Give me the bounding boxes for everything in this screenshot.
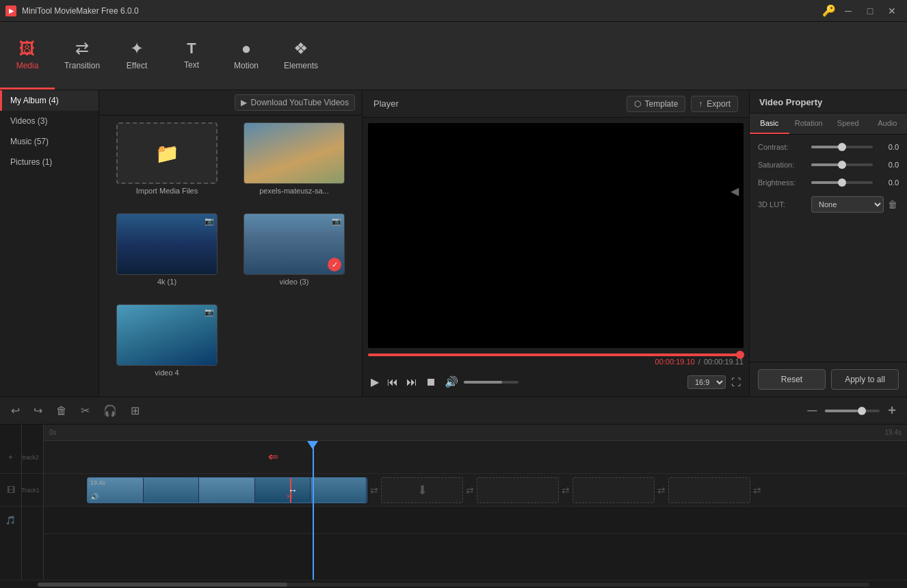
track2-icon-symbol: + — [8, 453, 13, 462]
ruler-spacer2 — [22, 425, 43, 441]
album-sidebar: My Album (4) Videos (3) Music (57) Pictu… — [0, 90, 99, 397]
4k-thumb[interactable]: 📷 — [116, 213, 218, 275]
sidebar-item-pictures[interactable]: Pictures (1) — [0, 152, 98, 172]
scrollbar-thumb[interactable] — [38, 583, 287, 587]
progress-thumb[interactable] — [736, 351, 744, 359]
split-button[interactable]: ✂ — [77, 401, 94, 420]
contrast-value: 0.0 — [878, 143, 899, 151]
zoom-out-button[interactable]: ─ — [803, 400, 821, 421]
saturation-slider[interactable] — [811, 163, 873, 166]
maximize-button[interactable]: □ — [860, 4, 880, 18]
crop-button[interactable]: ⊞ — [127, 401, 144, 420]
list-item[interactable]: 📁 Import Media Files — [106, 122, 228, 208]
transition-slot-3[interactable] — [573, 477, 655, 503]
trim-cursor[interactable]: ↔ — [288, 485, 298, 496]
volume-slider[interactable] — [464, 381, 518, 384]
undo-button[interactable]: ↩ — [7, 401, 24, 420]
effect-icon: ✦ — [130, 39, 144, 58]
sidebar-item-album[interactable]: My Album (4) — [0, 90, 98, 111]
transition-icon: ⇄ — [75, 39, 89, 58]
sidebar-item-videos[interactable]: Videos (3) — [0, 111, 98, 131]
list-item[interactable]: 📷 video 4 — [106, 304, 228, 390]
zoom-in-button[interactable]: + — [884, 400, 900, 421]
contrast-slider[interactable] — [811, 146, 873, 148]
repeat-arrow-4[interactable]: ⇄ — [657, 485, 666, 496]
video-clip[interactable]: 19.4s 🔊 ✂ ↔ — [87, 477, 367, 503]
saturation-row: Saturation: 0.0 — [758, 161, 899, 169]
film-icon: 🎞 — [7, 485, 15, 495]
ruler-mark-end: 19.4s — [885, 429, 902, 436]
repeat-arrow-5[interactable]: ⇄ — [753, 485, 761, 496]
list-item[interactable]: 📷 4k (1) — [106, 213, 228, 299]
tab-speed[interactable]: Speed — [828, 113, 868, 134]
player-label: Player — [373, 98, 399, 109]
clip-frames — [88, 478, 367, 503]
app-container: 🖼 Media ⇄ Transition ✦ Effect T Text ● M… — [0, 22, 907, 588]
lut-select[interactable]: None — [811, 196, 884, 213]
total-time: 00:00:19.11 — [704, 358, 744, 366]
progress-bar[interactable] — [368, 353, 744, 356]
template-button[interactable]: ⬡ Template — [627, 96, 686, 112]
properties-panel: Video Property Basic Rotation Speed Audi… — [750, 90, 907, 397]
toolbar-text[interactable]: T Text — [164, 22, 219, 90]
repeat-arrow-3[interactable]: ⇄ — [562, 485, 570, 496]
zoom-slider[interactable] — [825, 410, 880, 412]
transition-slot-4[interactable] — [668, 477, 750, 503]
zoom-thumb[interactable] — [858, 407, 866, 415]
apply-to-all-button[interactable]: Apply to all — [831, 369, 899, 390]
key-icon[interactable]: 🔑 — [822, 4, 836, 18]
brightness-slider[interactable] — [811, 181, 873, 184]
lut-delete-button[interactable]: 🗑 — [886, 198, 899, 211]
brightness-label: Brightness: — [758, 178, 806, 187]
tab-basic[interactable]: Basic — [750, 113, 789, 134]
stop-button[interactable]: ⏹ — [423, 373, 439, 391]
list-item[interactable]: 📷 ✓ video (3) — [233, 213, 355, 299]
play-button[interactable]: ▶ — [368, 373, 382, 391]
import-thumb[interactable]: 📁 — [116, 122, 218, 184]
video4-thumb[interactable]: 📷 — [116, 304, 218, 366]
titlebar: ▶ MiniTool MovieMaker Free 6.0.0 🔑 ─ □ ✕ — [0, 0, 907, 22]
repeat-arrow-2[interactable]: ⇄ — [466, 485, 474, 496]
audio-button[interactable]: 🎧 — [99, 401, 121, 420]
transition-slot-2[interactable] — [477, 477, 559, 503]
window-controls: 🔑 ─ □ ✕ — [822, 4, 902, 18]
toolbar-transition[interactable]: ⇄ Transition — [55, 22, 109, 90]
minimize-button[interactable]: ─ — [839, 4, 858, 18]
delete-button[interactable]: 🗑 — [52, 402, 71, 420]
saturation-thumb[interactable] — [838, 161, 846, 169]
track1-icon: 🎞 — [0, 474, 21, 507]
collapse-panel-button[interactable]: ◀ — [731, 185, 739, 198]
toolbar-elements[interactable]: ❖ Elements — [274, 22, 328, 90]
tab-rotation[interactable]: Rotation — [789, 113, 829, 134]
reset-button[interactable]: Reset — [758, 369, 826, 390]
aspect-ratio-select[interactable]: 16:9 4:3 1:1 9:16 — [687, 375, 726, 389]
list-item[interactable]: pexels-mateusz-sa... — [233, 122, 355, 208]
prev-frame-button[interactable]: ⏮ — [384, 373, 401, 391]
tab-audio[interactable]: Audio — [868, 113, 908, 134]
text-label: Text — [184, 60, 199, 70]
redo-button[interactable]: ↪ — [29, 401, 47, 420]
close-button[interactable]: ✕ — [882, 4, 902, 18]
saturation-label: Saturation: — [758, 161, 806, 169]
repeat-arrow-1[interactable]: ⇄ — [370, 485, 378, 496]
export-button[interactable]: ↑ Export — [691, 96, 738, 112]
contrast-thumb[interactable] — [838, 143, 846, 151]
audio-icon: 🎵 — [0, 507, 21, 534]
brightness-thumb[interactable] — [838, 178, 846, 187]
video3-thumb[interactable]: 📷 ✓ — [244, 213, 345, 275]
fullscreen-button[interactable]: ⛶ — [728, 374, 744, 390]
pexels-thumb[interactable] — [244, 122, 345, 184]
transition-slot-1[interactable]: ⬇ — [381, 477, 463, 503]
toolbar-effect[interactable]: ✦ Effect — [109, 22, 164, 90]
pexels-label: pexels-mateusz-sa... — [259, 187, 328, 195]
download-youtube-button[interactable]: ▶ Download YouTube Videos — [235, 94, 355, 111]
sidebar-item-music[interactable]: Music (57) — [0, 131, 98, 152]
toolbar-motion[interactable]: ● Motion — [219, 22, 274, 90]
motion-icon: ● — [241, 39, 252, 58]
scrollbar-track[interactable] — [38, 583, 869, 587]
volume-button[interactable]: 🔊 — [442, 373, 461, 391]
next-frame-button[interactable]: ⏭ — [404, 373, 420, 391]
toolbar-media[interactable]: 🖼 Media — [0, 22, 55, 90]
4k-label: 4k (1) — [157, 278, 176, 286]
youtube-icon: ▶ — [241, 98, 247, 107]
